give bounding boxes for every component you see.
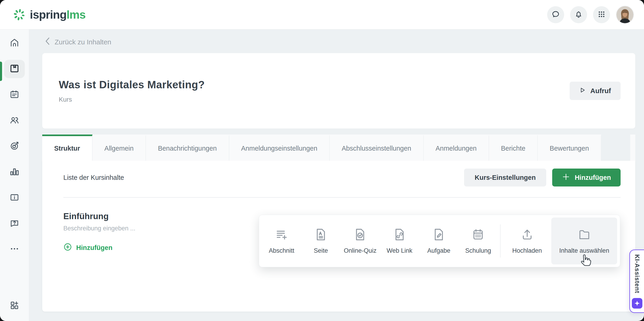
messages-button[interactable] [547, 6, 564, 23]
topbar-actions [547, 6, 634, 24]
chevron-left-icon [45, 37, 50, 47]
menu-item-schulung[interactable]: Schulung [458, 218, 498, 264]
menu-item-inhalte-auswaehlen[interactable]: Inhalte auswählen [551, 218, 617, 264]
menu-item-label: Hochladen [512, 247, 542, 254]
course-header-card: Was ist Digitales Marketing? Kurs Aufruf [42, 53, 635, 128]
apps-grid-icon [597, 10, 606, 20]
section-list-plus-icon [275, 228, 288, 242]
content-list-actions: Kurs-Einstellungen Hinzufügen [464, 169, 620, 187]
page-check-icon [354, 228, 367, 242]
topbar: ispringlms [0, 0, 644, 30]
course-title-block: Was ist Digitales Marketing? Kurs [59, 78, 205, 103]
folder-icon [578, 228, 591, 242]
goal-icon [9, 140, 20, 152]
tab-anmeldungseinstellungen[interactable]: Anmeldungseinstellungen [229, 134, 330, 161]
course-tabs: Struktur Allgemein Benachrichtigungen An… [42, 134, 635, 161]
app-body: Zurück zu Inhalten Was ist Digitales Mar… [0, 30, 644, 321]
breadcrumb-label: Zurück zu Inhalten [54, 38, 111, 46]
sidebar-item-users[interactable] [4, 111, 25, 130]
bar-chart-icon [9, 166, 20, 178]
notifications-button[interactable] [570, 6, 587, 23]
sidebar-item-add-apps[interactable] [4, 297, 25, 315]
more-icon [9, 244, 20, 255]
menu-item-hochladen[interactable]: Hochladen [503, 218, 551, 264]
content-list-header: Liste der Kursinhalte Kurs-Einstellungen… [63, 161, 620, 187]
content-list-title: Liste der Kursinhalte [63, 174, 124, 182]
menu-divider [500, 224, 500, 258]
messages-icon [551, 10, 560, 20]
calendar-icon [472, 228, 485, 242]
active-nav-indicator [0, 62, 2, 81]
sidebar [0, 30, 29, 321]
tabs-filler [601, 134, 630, 161]
sidebar-item-courses[interactable] [4, 60, 25, 78]
page-pencil-icon [432, 228, 446, 242]
tab-benachrichtigungen[interactable]: Benachrichtigungen [146, 134, 229, 161]
sidebar-item-home[interactable] [4, 34, 25, 52]
add-content-button[interactable]: Hinzufügen [552, 169, 620, 187]
sparkle-icon [632, 298, 642, 308]
page-link-icon [393, 228, 406, 242]
add-apps-icon [9, 300, 20, 311]
breadcrumb[interactable]: Zurück zu Inhalten [45, 37, 644, 47]
sidebar-item-info[interactable] [4, 189, 25, 207]
sidebar-nav [0, 30, 29, 258]
course-type-label: Kurs [59, 96, 205, 103]
menu-item-abschnitt[interactable]: Abschnitt [262, 218, 301, 264]
menu-item-aufgabe[interactable]: Aufgabe [419, 218, 458, 264]
tab-bewertungen[interactable]: Bewertungen [538, 134, 601, 161]
sidebar-item-reports[interactable] [4, 163, 25, 181]
book-icon [9, 63, 20, 75]
sidebar-item-goals[interactable] [4, 137, 25, 155]
menu-item-label: Web Link [387, 247, 412, 254]
info-panel-icon [9, 192, 20, 204]
content-divider [63, 197, 620, 198]
logo[interactable]: ispringlms [13, 8, 86, 21]
menu-item-web-link[interactable]: Web Link [380, 218, 419, 264]
page-title: Was ist Digitales Marketing? [59, 78, 205, 91]
menu-item-label: Aufgabe [427, 247, 450, 254]
menu-item-online-quiz[interactable]: Online-Quiz [340, 218, 380, 264]
add-content-menu: Abschnitt Seite [259, 215, 620, 267]
ai-assistant-label: KI-Assistent [634, 254, 640, 293]
apps-button[interactable] [593, 6, 610, 23]
menu-item-label: Inhalte auswählen [559, 247, 609, 254]
add-item-link[interactable]: Hinzufügen [63, 243, 112, 253]
add-content-button-label: Hinzufügen [575, 174, 611, 182]
menu-item-label: Schulung [465, 247, 491, 254]
circled-plus-icon [63, 243, 72, 253]
menu-item-label: Online-Quiz [344, 247, 376, 254]
sidebar-item-more[interactable] [4, 240, 25, 258]
menu-item-label: Abschnitt [269, 247, 294, 254]
help-bubble-icon [9, 218, 20, 229]
calendar-icon [9, 89, 20, 100]
preview-button-label: Aufruf [590, 87, 611, 95]
sidebar-item-support[interactable] [4, 214, 25, 233]
sidebar-bottom [0, 297, 29, 315]
upload-icon [520, 228, 534, 242]
users-icon [9, 115, 20, 126]
home-icon [9, 38, 20, 49]
tab-berichte[interactable]: Berichte [489, 134, 538, 161]
main-content: Zurück zu Inhalten Was ist Digitales Mar… [30, 30, 644, 321]
play-icon [579, 87, 586, 95]
menu-item-seite[interactable]: Seite [301, 218, 340, 264]
add-item-link-label: Hinzufügen [76, 244, 112, 252]
app-window: ispringlms [0, 0, 644, 321]
tab-overflow-sliver [630, 134, 635, 161]
brand-name: ispringlms [30, 8, 86, 21]
preview-button[interactable]: Aufruf [570, 82, 620, 100]
notifications-icon [574, 10, 583, 20]
course-page: Was ist Digitales Marketing? Kurs Aufruf… [42, 53, 635, 311]
plus-icon [562, 173, 570, 183]
sidebar-item-calendar[interactable] [4, 86, 25, 104]
page-text-icon [314, 228, 328, 242]
tab-anmeldungen[interactable]: Anmeldungen [424, 134, 489, 161]
tab-abschlusseinstellungen[interactable]: Abschlusseinstellungen [330, 134, 424, 161]
tab-struktur[interactable]: Struktur [42, 134, 92, 161]
user-avatar[interactable] [616, 6, 634, 24]
ai-assistant-tab[interactable]: KI-Assistent [629, 249, 644, 313]
tab-allgemein[interactable]: Allgemein [92, 134, 146, 161]
course-settings-button[interactable]: Kurs-Einstellungen [464, 169, 546, 187]
ispring-burst-icon [13, 8, 26, 21]
